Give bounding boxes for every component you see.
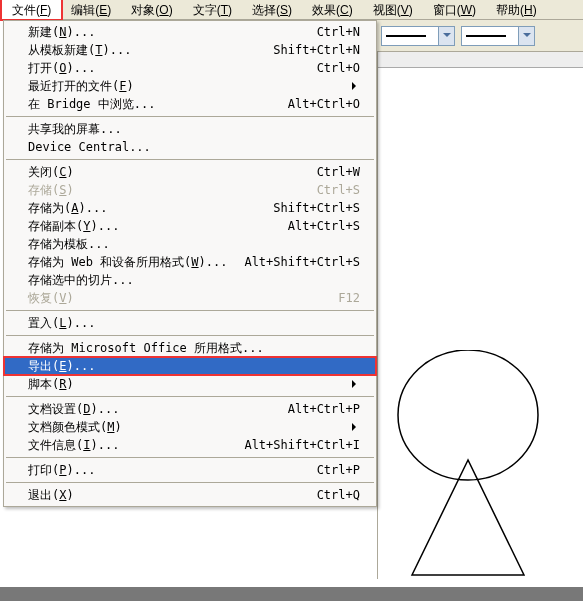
menu-separator — [6, 482, 374, 483]
menu-item-label: 存储副本(Y)... — [28, 218, 288, 235]
menu-item-shortcut: Ctrl+W — [317, 165, 360, 179]
menu-item[interactable]: 共享我的屏幕... — [4, 120, 376, 138]
menu-item-label: 恢复(V) — [28, 290, 338, 307]
menubar-item[interactable]: 对象(O) — [121, 0, 182, 19]
menu-separator — [6, 116, 374, 117]
menu-item-shortcut: Alt+Shift+Ctrl+S — [244, 255, 360, 269]
menu-item[interactable]: 存储为 Microsoft Office 所用格式... — [4, 339, 376, 357]
submenu-arrow-icon — [352, 82, 360, 90]
menu-item[interactable]: 打开(O)...Ctrl+O — [4, 59, 376, 77]
menu-item-label: 导出(E)... — [28, 358, 360, 375]
menu-item-shortcut: Ctrl+O — [317, 61, 360, 75]
menubar-item[interactable]: 帮助(H) — [486, 0, 547, 19]
menu-item[interactable]: 脚本(R) — [4, 375, 376, 393]
menu-item[interactable]: 存储选中的切片... — [4, 271, 376, 289]
menu-item-label: 存储为(A)... — [28, 200, 273, 217]
line-icon — [466, 35, 506, 37]
menu-item-shortcut: Shift+Ctrl+S — [273, 201, 360, 215]
menu-item-shortcut: Alt+Shift+Ctrl+I — [244, 438, 360, 452]
menu-separator — [6, 457, 374, 458]
menu-item[interactable]: 文档设置(D)...Alt+Ctrl+P — [4, 400, 376, 418]
menu-item-label: 文档设置(D)... — [28, 401, 288, 418]
menu-item-label: 在 Bridge 中浏览... — [28, 96, 288, 113]
menu-item-label: 存储(S) — [28, 182, 317, 199]
menu-item-shortcut: Ctrl+Q — [317, 488, 360, 502]
menubar-item[interactable]: 文字(T) — [183, 0, 242, 19]
menubar: 文件(F)编辑(E)对象(O)文字(T)选择(S)效果(C)视图(V)窗口(W)… — [0, 0, 583, 20]
menu-separator — [6, 310, 374, 311]
menu-item-label: 文档颜色模式(M) — [28, 419, 352, 436]
menu-item[interactable]: 文档颜色模式(M) — [4, 418, 376, 436]
menu-item-label: 退出(X) — [28, 487, 317, 504]
ruler — [378, 52, 583, 68]
chevron-down-icon — [438, 27, 454, 45]
menu-item[interactable]: 在 Bridge 中浏览...Alt+Ctrl+O — [4, 95, 376, 113]
menubar-item[interactable]: 视图(V) — [363, 0, 423, 19]
menu-item-label: 打开(O)... — [28, 60, 317, 77]
menubar-item[interactable]: 窗口(W) — [423, 0, 486, 19]
menu-item-label: 脚本(R) — [28, 376, 352, 393]
menubar-item[interactable]: 效果(C) — [302, 0, 363, 19]
menu-item-label: 存储为 Microsoft Office 所用格式... — [28, 340, 360, 357]
menu-separator — [6, 396, 374, 397]
menu-item-label: 置入(L)... — [28, 315, 360, 332]
menu-item-shortcut: Alt+Ctrl+O — [288, 97, 360, 111]
file-menu: 新建(N)...Ctrl+N从模板新建(T)...Shift+Ctrl+N打开(… — [3, 20, 377, 507]
menu-separator — [6, 335, 374, 336]
menu-item[interactable]: 存储为模板... — [4, 235, 376, 253]
menu-item-shortcut: Ctrl+N — [317, 25, 360, 39]
menubar-item[interactable]: 文件(F) — [2, 0, 61, 19]
menu-item[interactable]: 从模板新建(T)...Shift+Ctrl+N — [4, 41, 376, 59]
menu-item[interactable]: 文件信息(I)...Alt+Shift+Ctrl+I — [4, 436, 376, 454]
menu-item[interactable]: 导出(E)... — [4, 357, 376, 375]
menu-item-label: 存储选中的切片... — [28, 272, 360, 289]
menu-item[interactable]: 存储为(A)...Shift+Ctrl+S — [4, 199, 376, 217]
line-icon — [386, 35, 426, 37]
menu-item[interactable]: 存储副本(Y)...Alt+Ctrl+S — [4, 217, 376, 235]
chevron-down-icon — [518, 27, 534, 45]
menu-item-label: 新建(N)... — [28, 24, 317, 41]
menu-item[interactable]: 置入(L)... — [4, 314, 376, 332]
svg-marker-1 — [412, 460, 524, 575]
menu-item[interactable]: 退出(X)Ctrl+Q — [4, 486, 376, 504]
menu-item-label: 打印(P)... — [28, 462, 317, 479]
menu-item-label: 文件信息(I)... — [28, 437, 244, 454]
menu-item: 存储(S)Ctrl+S — [4, 181, 376, 199]
menu-item-label: 存储为 Web 和设备所用格式(W)... — [28, 254, 244, 271]
submenu-arrow-icon — [352, 423, 360, 431]
menu-item-shortcut: Alt+Ctrl+P — [288, 402, 360, 416]
menu-separator — [6, 159, 374, 160]
bottom-bar — [0, 587, 583, 601]
menu-item-label: 共享我的屏幕... — [28, 121, 360, 138]
menu-item[interactable]: 存储为 Web 和设备所用格式(W)...Alt+Shift+Ctrl+S — [4, 253, 376, 271]
menu-item: 恢复(V)F12 — [4, 289, 376, 307]
brush-combo[interactable] — [461, 26, 535, 46]
menu-item-shortcut: Ctrl+P — [317, 463, 360, 477]
menu-item[interactable]: 关闭(C)Ctrl+W — [4, 163, 376, 181]
menu-item-label: 存储为模板... — [28, 236, 360, 253]
menubar-item[interactable]: 编辑(E) — [61, 0, 121, 19]
menu-item[interactable]: 最近打开的文件(F) — [4, 77, 376, 95]
menu-item[interactable]: 新建(N)...Ctrl+N — [4, 23, 376, 41]
menu-item[interactable]: 打印(P)...Ctrl+P — [4, 461, 376, 479]
toolbar — [377, 20, 583, 52]
menu-item-shortcut: Ctrl+S — [317, 183, 360, 197]
menu-item[interactable]: Device Central... — [4, 138, 376, 156]
menubar-item[interactable]: 选择(S) — [242, 0, 302, 19]
menu-item-shortcut: Alt+Ctrl+S — [288, 219, 360, 233]
menu-item-label: 最近打开的文件(F) — [28, 78, 352, 95]
canvas-shapes — [368, 350, 583, 580]
stroke-profile-combo[interactable] — [381, 26, 455, 46]
menu-item-label: Device Central... — [28, 140, 360, 154]
submenu-arrow-icon — [352, 380, 360, 388]
menu-item-shortcut: Shift+Ctrl+N — [273, 43, 360, 57]
menu-item-shortcut: F12 — [338, 291, 360, 305]
menu-item-label: 关闭(C) — [28, 164, 317, 181]
menu-item-label: 从模板新建(T)... — [28, 42, 273, 59]
canvas[interactable] — [377, 52, 583, 579]
